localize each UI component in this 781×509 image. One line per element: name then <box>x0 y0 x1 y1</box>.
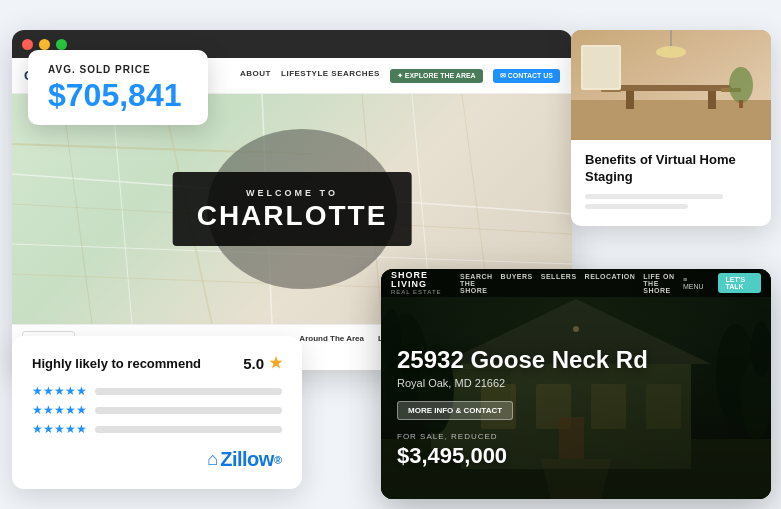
svg-line-8 <box>62 94 92 324</box>
zillow-logo: ⌂ Zillow ® <box>32 448 282 471</box>
shore-price: $3,495,000 <box>397 443 648 469</box>
avg-price-label: AVG. SOLD PRICE <box>48 64 188 75</box>
shore-relocation-link[interactable]: RELOCATION <box>585 273 636 294</box>
svg-rect-16 <box>611 85 731 91</box>
benefits-card: Benefits of Virtual Home Staging <box>571 30 771 226</box>
zillow-header: Highly likely to recommend 5.0 ★ <box>32 354 282 372</box>
bottom-area[interactable]: Around The Area <box>299 334 364 343</box>
review-bar-3 <box>95 426 282 433</box>
benefits-text-line-2 <box>585 204 688 209</box>
shore-address: 25932 Goose Neck Rd <box>397 347 648 373</box>
avg-price-card: AVG. SOLD PRICE $705,841 <box>28 50 208 125</box>
review-row-1: ★★★★★ <box>32 384 282 398</box>
review-row-2: ★★★★★ <box>32 403 282 417</box>
shore-city: Royal Oak, MD 21662 <box>397 377 648 389</box>
avg-price-value: $705,841 <box>48 79 188 111</box>
svg-rect-26 <box>739 100 743 108</box>
benefits-content: Benefits of Virtual Home Staging <box>571 140 771 226</box>
zillow-brand-name: Zillow <box>220 448 274 471</box>
benefits-text-line-1 <box>585 194 723 199</box>
shore-brand-block: SHORE LIVING REAL ESTATE <box>391 271 444 295</box>
svg-point-25 <box>729 67 753 103</box>
zillow-z-icon: ⌂ <box>207 449 218 470</box>
star-icon: ★ <box>269 354 282 372</box>
shore-for-sale-label: FOR SALE, REDUCED <box>397 432 648 441</box>
review-bar-1 <box>95 388 282 395</box>
shore-content: 25932 Goose Neck Rd Royal Oak, MD 21662 … <box>397 347 648 469</box>
svg-rect-17 <box>626 91 634 109</box>
shore-brand-name: SHORE LIVING <box>391 271 444 289</box>
shore-life-link[interactable]: LIFE ON THE SHORE <box>643 273 675 294</box>
zillow-recommend-text: Highly likely to recommend <box>32 356 201 371</box>
benefits-image <box>571 30 771 140</box>
svg-rect-22 <box>583 47 619 88</box>
shore-cta-button[interactable]: LET'S TALK <box>718 273 761 293</box>
shore-buyers-link[interactable]: BUYERS <box>501 273 533 294</box>
nav-links: ABOUT LIFESTYLE SEARCHES ✦ EXPLORE THE A… <box>240 69 560 83</box>
welcome-text: WELCOME TO <box>197 188 388 198</box>
zillow-reviews-card: Highly likely to recommend 5.0 ★ ★★★★★ ★… <box>12 336 302 489</box>
city-name: CHARLOTTE <box>197 202 388 230</box>
zillow-rating: 5.0 ★ <box>243 354 282 372</box>
benefits-title: Benefits of Virtual Home Staging <box>585 152 757 186</box>
zillow-rating-value: 5.0 <box>243 355 264 372</box>
stars-1: ★★★★★ <box>32 384 87 398</box>
svg-line-2 <box>112 94 132 324</box>
minimize-dot[interactable] <box>39 39 50 50</box>
shore-search-link[interactable]: SEARCH THE SHORE <box>460 273 493 294</box>
shore-menu-icon[interactable]: ≡ MENU <box>683 276 704 290</box>
shore-living-card: SHORE LIVING REAL ESTATE SEARCH THE SHOR… <box>381 269 771 499</box>
expand-dot[interactable] <box>56 39 67 50</box>
stars-2: ★★★★★ <box>32 403 87 417</box>
nav-link-lifestyle[interactable]: LIFESTYLE SEARCHES <box>281 69 380 83</box>
room-svg <box>571 30 771 140</box>
contact-button[interactable]: ✉ CONTACT US <box>493 69 560 83</box>
zillow-registered: ® <box>274 454 282 466</box>
review-row-3: ★★★★★ <box>32 422 282 436</box>
svg-point-24 <box>656 46 686 58</box>
svg-rect-18 <box>708 91 716 109</box>
shore-nav-links: SEARCH THE SHORE BUYERS SELLERS RELOCATI… <box>460 273 675 294</box>
shore-info-button[interactable]: MORE INFO & CONTACT <box>397 401 513 420</box>
nav-link-about[interactable]: ABOUT <box>240 69 271 83</box>
close-dot[interactable] <box>22 39 33 50</box>
shore-nav: SHORE LIVING REAL ESTATE SEARCH THE SHOR… <box>381 269 771 297</box>
explore-button[interactable]: ✦ EXPLORE THE AREA <box>390 69 483 83</box>
shore-sellers-link[interactable]: SELLERS <box>541 273 577 294</box>
shore-subbrand: REAL ESTATE <box>391 289 444 295</box>
review-bar-2 <box>95 407 282 414</box>
stars-3: ★★★★★ <box>32 422 87 436</box>
charlotte-overlay: WELCOME TO CHARLOTTE <box>173 172 412 246</box>
review-rows: ★★★★★ ★★★★★ ★★★★★ <box>32 384 282 436</box>
